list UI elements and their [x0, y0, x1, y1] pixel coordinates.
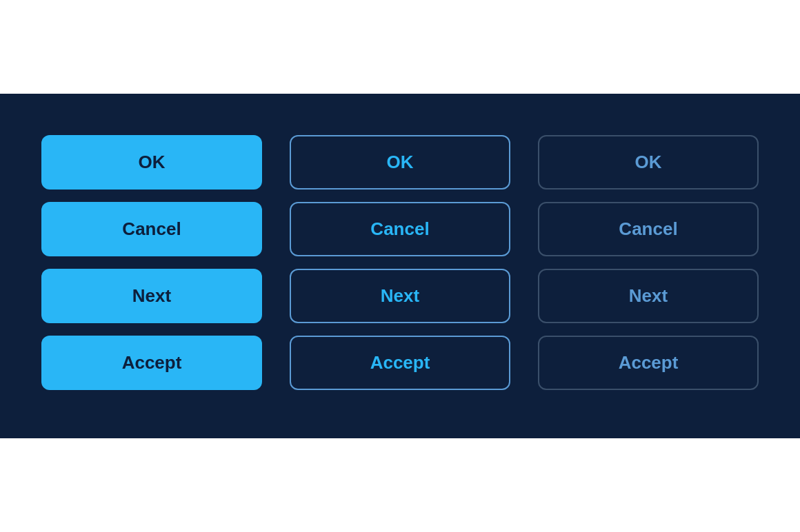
cancel-button-outlined-dark[interactable]: Cancel: [538, 202, 759, 256]
accept-button-outlined-dark[interactable]: Accept: [538, 336, 759, 390]
ok-button-outlined-light[interactable]: OK: [290, 135, 510, 190]
next-button-outlined-light[interactable]: Next: [290, 269, 510, 323]
button-panel: OK OK OK Cancel Cancel Cancel Next Next …: [0, 94, 800, 438]
cancel-button-filled[interactable]: Cancel: [41, 202, 262, 256]
accept-button-filled[interactable]: Accept: [41, 336, 262, 390]
next-button-outlined-dark[interactable]: Next: [538, 269, 759, 323]
button-grid: OK OK OK Cancel Cancel Cancel Next Next …: [41, 135, 759, 390]
page-wrapper: OK OK OK Cancel Cancel Cancel Next Next …: [0, 39, 800, 493]
cancel-button-outlined-light[interactable]: Cancel: [290, 202, 510, 256]
bottom-whitespace: [0, 438, 800, 493]
accept-button-outlined-light[interactable]: Accept: [290, 336, 510, 390]
ok-button-filled[interactable]: OK: [41, 135, 262, 190]
top-whitespace: [0, 39, 800, 94]
next-button-filled[interactable]: Next: [41, 269, 262, 323]
ok-button-outlined-dark[interactable]: OK: [538, 135, 759, 190]
